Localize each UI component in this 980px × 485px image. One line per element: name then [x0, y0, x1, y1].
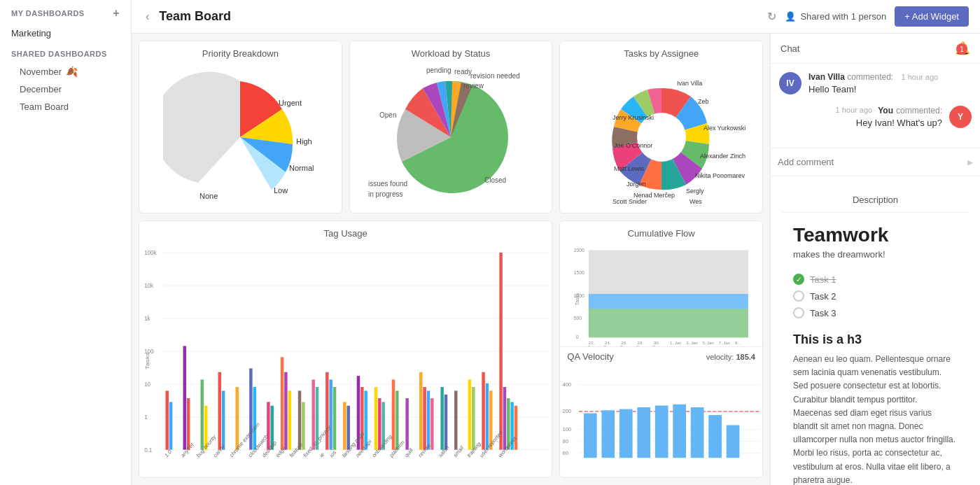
chat-text: Hey Ivan! What's up?	[779, 118, 942, 128]
svg-rect-82	[444, 395, 447, 450]
person-icon: 👤	[785, 11, 796, 22]
svg-text:Open: Open	[379, 111, 396, 119]
sidebar-item-december[interactable]: December	[0, 80, 131, 98]
svg-text:safari: safari	[438, 444, 450, 459]
chat-message: 1 hour ago You commented: Hey Ivan! What…	[779, 106, 972, 128]
svg-rect-161	[638, 407, 651, 458]
task-checkbox[interactable]	[793, 307, 804, 318]
avatar: Y	[949, 106, 972, 128]
qa-velocity-section: QA Velocity velocity: 185.4 400 200 100 …	[560, 346, 762, 477]
description-title: Teamwork	[793, 224, 958, 246]
sidebar: MY DASHBOARDS + Marketing SHARED DASHBOA…	[0, 0, 132, 485]
svg-rect-83	[454, 391, 457, 449]
svg-rect-86	[482, 372, 484, 450]
sidebar-item-team-board[interactable]: Team Board	[0, 98, 131, 115]
priority-widget: Priority Breakdown Urgent	[139, 41, 342, 213]
workload-chart-title: Workload by Status	[350, 41, 552, 62]
svg-rect-66	[343, 402, 346, 449]
svg-rect-93	[514, 406, 517, 450]
chat-time: 1 hour ago	[902, 73, 939, 81]
svg-text:Zeb: Zeb	[698, 98, 709, 105]
november-emoji: 🍂	[66, 66, 78, 77]
main-content: ‹ Team Board ↻ 👤 Shared with 1 person + …	[132, 0, 980, 485]
svg-text:3. Jan: 3. Jan	[687, 341, 698, 345]
notification-badge: 1	[956, 43, 967, 55]
svg-text:in progress: in progress	[368, 190, 402, 198]
svg-rect-60	[302, 402, 304, 449]
svg-text:Joe O'Connor: Joe O'Connor	[614, 142, 652, 149]
send-icon[interactable]: ▸	[967, 155, 973, 169]
svg-rect-76	[405, 398, 408, 450]
chat-message: IV Ivan Villa commented: 1 hour ago Hell…	[779, 72, 972, 94]
svg-rect-162	[655, 405, 668, 458]
svg-rect-51	[236, 387, 239, 450]
svg-text:Wes: Wes	[690, 198, 702, 205]
svg-rect-87	[486, 384, 489, 450]
svg-text:10k: 10k	[144, 281, 153, 289]
svg-rect-45	[183, 346, 186, 449]
svg-rect-165	[709, 415, 722, 458]
task-label: Task 1	[810, 274, 836, 285]
svg-rect-44	[169, 402, 172, 449]
svg-rect-56	[281, 357, 284, 449]
cumulative-chart-svg: 2000 1500 1000 500 0	[560, 241, 762, 346]
chat-text: Hello Team!	[808, 84, 972, 94]
svg-marker-128	[589, 251, 748, 294]
svg-text:1. Jan: 1. Jan	[670, 341, 681, 345]
qa-chart-svg: 400 200 100 80 60	[560, 363, 762, 475]
task-checkbox[interactable]: ✓	[793, 274, 804, 285]
svg-rect-160	[620, 409, 633, 458]
chat-action: commented:	[896, 106, 942, 115]
svg-text:80: 80	[563, 438, 568, 444]
refresh-button[interactable]: ↻	[767, 10, 776, 23]
assignee-chart-title: Tasks by Assignee	[560, 41, 762, 62]
svg-rect-81	[440, 387, 443, 450]
svg-rect-77	[419, 372, 422, 450]
description-para1: Aenean eu leo quam. Pellentesque ornare …	[793, 353, 958, 485]
sidebar-item-marketing[interactable]: Marketing	[0, 24, 131, 43]
chat-author: You	[878, 106, 893, 115]
chat-meta: Ivan Villa commented: 1 hour ago	[808, 72, 972, 82]
description-section: Description Teamwork makes the dreamwork…	[771, 176, 980, 485]
svg-text:1: 1	[144, 413, 148, 421]
svg-rect-159	[602, 410, 615, 458]
svg-text:Nikita Ponomarev: Nikita Ponomarev	[695, 172, 746, 179]
back-button[interactable]: ‹	[143, 8, 152, 26]
svg-rect-163	[673, 405, 687, 458]
priority-chart-container: Urgent High Normal Low None None	[139, 62, 342, 213]
priority-chart-title: Priority Breakdown	[139, 41, 342, 62]
svg-text:Alex Yurkowski: Alex Yurkowski	[704, 125, 746, 132]
svg-text:0: 0	[576, 335, 579, 339]
page-title: Team Board	[159, 9, 760, 24]
task-label: Task 2	[810, 291, 836, 302]
add-dashboard-icon[interactable]: +	[113, 7, 120, 20]
chat-time: 1 hour ago	[836, 106, 873, 115]
svg-text:Alexander Zinchenko: Alexander Zinchenko	[700, 153, 746, 160]
svg-rect-58	[288, 391, 291, 449]
task-list: ✓ Task 1 Task 2 Task 3	[793, 271, 958, 321]
svg-text:small: small	[452, 444, 465, 459]
svg-rect-49	[218, 372, 221, 450]
svg-rect-63	[326, 372, 328, 450]
task-label: Task 3	[810, 308, 836, 318]
svg-text:200: 200	[563, 409, 572, 415]
tag-usage-widget: Tag Usage 100k 10k 1k 100 10 1 0.1	[139, 220, 552, 478]
velocity-info: velocity: 185.4	[706, 353, 755, 361]
svg-text:100k: 100k	[144, 249, 157, 257]
qa-chart-title: QA Velocity	[567, 351, 613, 362]
task-checkbox[interactable]	[793, 290, 804, 302]
svg-text:24.: 24.	[605, 341, 611, 345]
shared-dashboards-section: SHARED DASHBOARDS	[0, 43, 131, 62]
sidebar-item-november[interactable]: November 🍂	[0, 62, 131, 80]
add-widget-button[interactable]: + Add Widget	[895, 6, 969, 27]
svg-rect-166	[727, 425, 740, 458]
svg-text:60: 60	[563, 450, 568, 456]
chat-input[interactable]	[778, 157, 962, 167]
shared-dashboards-label: SHARED DASHBOARDS	[11, 50, 107, 58]
svg-text:Scott Snider: Scott Snider	[612, 198, 647, 205]
svg-rect-84	[468, 379, 471, 449]
chat-header: Chat 🔔 1	[771, 34, 980, 64]
svg-rect-158	[584, 414, 597, 458]
marketing-label: Marketing	[11, 28, 51, 38]
chat-messages: IV Ivan Villa commented: 1 hour ago Hell…	[771, 64, 980, 148]
